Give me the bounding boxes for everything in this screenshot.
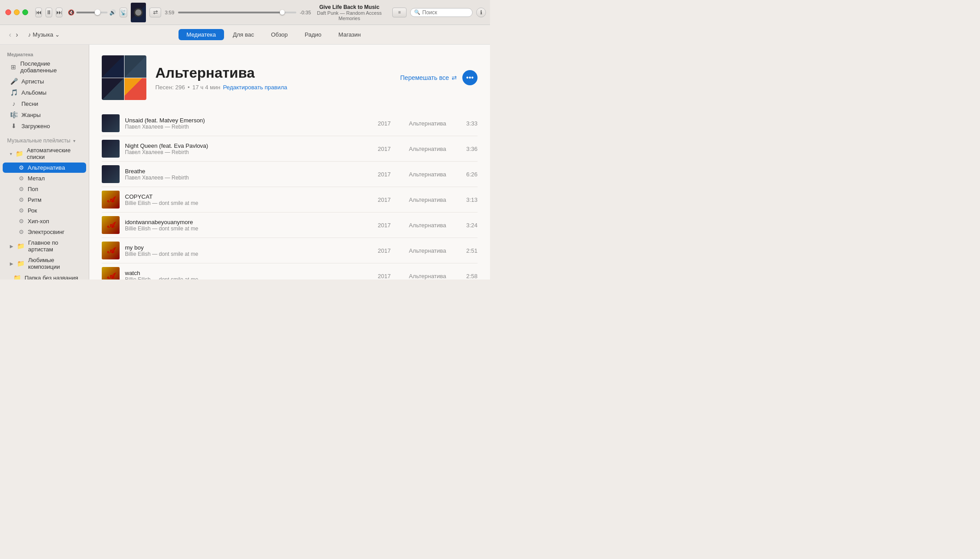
- song-artist: Billie Eilish — dont smile at me: [125, 200, 368, 206]
- fast-forward-button[interactable]: ⏭: [56, 8, 62, 17]
- song-thumb: 𝒜: [102, 191, 120, 209]
- unnamed-folder[interactable]: 📁 Папка без названия: [3, 272, 86, 280]
- song-year: 2017: [373, 273, 395, 280]
- maximize-button[interactable]: [22, 9, 28, 15]
- song-thumb: 𝒜: [102, 216, 120, 234]
- playlist-label-alternativa: Альтернатива: [28, 164, 65, 171]
- sidebar: Медиатека ⊞ Последние добавленные 🎤 Арти…: [0, 45, 89, 280]
- shuffle-all-button[interactable]: Перемешать все ⇄: [400, 74, 457, 81]
- sidebar-item-albums[interactable]: 🎵 Альбомы: [3, 87, 86, 98]
- gear-icon-rock: ⚙: [19, 207, 24, 214]
- search-box: 🔍: [410, 8, 473, 17]
- song-title: Breathe: [125, 168, 368, 175]
- playlist-item-electroswing[interactable]: ⚙ Электросвинг: [3, 227, 86, 237]
- volume-slider[interactable]: [76, 12, 108, 13]
- minimize-button[interactable]: [14, 9, 20, 15]
- playlist-name: Альтернатива: [155, 65, 391, 81]
- auto-folder-label: Автоматические списки: [27, 147, 79, 160]
- playlist-actions: Перемешать все ⇄ •••: [400, 70, 478, 85]
- auto-playlists-folder[interactable]: ▾ 📁 Автоматические списки: [3, 145, 86, 162]
- tab-store[interactable]: Магазин: [330, 29, 369, 40]
- playlist-item-hiphop[interactable]: ⚙ Хип-хоп: [3, 216, 86, 226]
- song-artist: Павел Хвалеев — Rebirth: [125, 124, 368, 130]
- shuffle-all-label: Перемешать все: [400, 74, 449, 81]
- sidebar-item-genres[interactable]: 🎼 Жанры: [3, 109, 86, 120]
- sidebar-item-songs[interactable]: ♪ Песни: [3, 98, 86, 109]
- tab-foryou[interactable]: Для вас: [225, 29, 262, 40]
- song-row[interactable]: 𝒜 idontwannabeyouanymore Billie Eilish —…: [102, 213, 478, 238]
- song-row[interactable]: Unsaid (feat. Matvey Emerson) Павел Хвал…: [102, 111, 478, 136]
- sidebar-item-artists[interactable]: 🎤 Артисты: [3, 76, 86, 87]
- song-title: watch: [125, 270, 368, 276]
- albums-icon: 🎵: [10, 89, 18, 96]
- tab-radio[interactable]: Радио: [297, 29, 330, 40]
- time-elapsed: 3:59: [165, 10, 174, 15]
- playlist-stats: Песен: 296 • 17 ч 4 мин Редактировать пр…: [155, 84, 391, 91]
- edit-rules-link[interactable]: Редактировать правила: [223, 84, 287, 91]
- progress-fill: [178, 12, 281, 13]
- duration: 17 ч 4 мин: [192, 84, 220, 91]
- close-button[interactable]: [5, 9, 11, 15]
- song-year: 2017: [373, 120, 395, 127]
- shuffle-button[interactable]: ⇄: [149, 8, 161, 17]
- progress-thumb: [280, 10, 285, 15]
- song-info: Night Queen (feat. Eva Pavlova) Павел Хв…: [125, 142, 368, 155]
- songs-count: Песен: 296: [155, 84, 185, 91]
- rewind-button[interactable]: ⏮: [35, 8, 42, 17]
- song-genre: Альтернатива: [401, 247, 454, 254]
- content-area: Альтернатива Песен: 296 • 17 ч 4 мин Ред…: [89, 45, 490, 280]
- songs-icon: ♪: [10, 100, 18, 107]
- sidebar-item-label-downloaded: Загружено: [21, 123, 50, 129]
- by-artists-folder[interactable]: ▶ 📁 Главное по артистам: [3, 238, 86, 254]
- playlist-item-rhythm[interactable]: ⚙ Ритм: [3, 195, 86, 205]
- list-view-button[interactable]: ≡: [392, 8, 407, 17]
- playlist-item-rock[interactable]: ⚙ Рок: [3, 205, 86, 216]
- tab-browse[interactable]: Обзор: [263, 29, 296, 40]
- song-title: COPYCAT: [125, 193, 368, 200]
- playlist-section-arrow: ▾: [73, 138, 75, 143]
- song-row[interactable]: Night Queen (feat. Eva Pavlova) Павел Хв…: [102, 136, 478, 162]
- song-row[interactable]: Breathe Павел Хвалеев — Rebirth 2017 Аль…: [102, 162, 478, 187]
- folder-expand-icon-fav: ▶: [10, 261, 13, 266]
- tab-library[interactable]: Медиатека: [179, 29, 224, 40]
- more-options-button[interactable]: •••: [462, 70, 478, 85]
- folder-expand-icon-artists: ▶: [10, 244, 13, 249]
- gear-icon-alternativa: ⚙: [19, 164, 24, 171]
- song-duration: 6:26: [460, 171, 478, 178]
- song-artist: Billie Eilish — dont smile at me: [125, 225, 368, 232]
- info-button[interactable]: ℹ: [476, 8, 486, 17]
- unnamed-label: Папка без названия: [25, 275, 78, 280]
- playlist-label-rhythm: Ритм: [28, 196, 42, 203]
- song-row[interactable]: 𝒜 watch Billie Eilish — dont smile at me…: [102, 263, 478, 280]
- back-button[interactable]: ‹: [7, 31, 13, 39]
- song-row[interactable]: 𝒜 COPYCAT Billie Eilish — dont smile at …: [102, 187, 478, 213]
- search-input[interactable]: [422, 9, 469, 16]
- music-source-button[interactable]: ♪ Музыка ⌄: [25, 30, 62, 39]
- playlist-item-pop[interactable]: ⚙ Поп: [3, 184, 86, 194]
- chevron-down-icon: ⌄: [55, 31, 60, 38]
- forward-button[interactable]: ›: [14, 31, 20, 39]
- song-year: 2017: [373, 247, 395, 254]
- artists-icon: 🎤: [10, 78, 18, 85]
- airplay-button[interactable]: 📡: [120, 8, 127, 17]
- playlist-header: Альтернатива Песен: 296 • 17 ч 4 мин Ред…: [102, 55, 478, 100]
- playlist-item-alternativa[interactable]: ⚙ Альтернатива: [3, 163, 86, 173]
- sidebar-item-label-genres: Жанры: [21, 112, 41, 118]
- sidebar-item-downloaded[interactable]: ⬇ Загружено: [3, 121, 86, 131]
- playlists-section-header[interactable]: Музыкальные плейлисты ▾: [0, 135, 89, 145]
- search-icon: 🔍: [414, 9, 420, 15]
- sidebar-item-recent[interactable]: ⊞ Последние добавленные: [3, 58, 86, 75]
- favorites-folder[interactable]: ▶ 📁 Любимые композиции: [3, 255, 86, 272]
- play-pause-button[interactable]: ⏸: [46, 8, 52, 17]
- main-content: Медиатека ⊞ Последние добавленные 🎤 Арти…: [0, 45, 490, 280]
- song-row[interactable]: 𝒜 my boy Billie Eilish — dont smile at m…: [102, 238, 478, 263]
- playlist-meta: Альтернатива Песен: 296 • 17 ч 4 мин Ред…: [155, 65, 391, 91]
- playlist-item-metal[interactable]: ⚙ Метал: [3, 173, 86, 184]
- recent-icon: ⊞: [10, 63, 17, 71]
- song-thumb: [102, 114, 120, 132]
- song-genre: Альтернатива: [401, 146, 454, 152]
- song-title: idontwannabeyouanymore: [125, 219, 368, 225]
- progress-bar[interactable]: [178, 12, 296, 13]
- song-year: 2017: [373, 146, 395, 152]
- song-genre: Альтернатива: [401, 171, 454, 178]
